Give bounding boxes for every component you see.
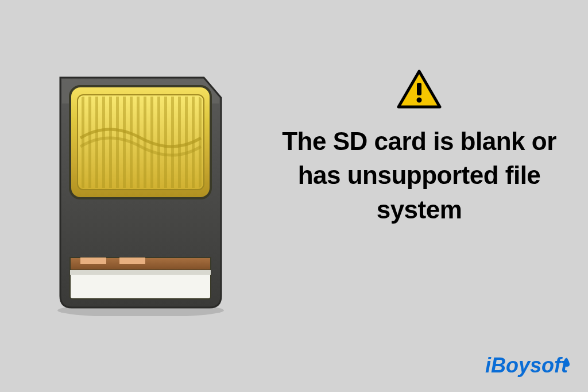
brand-logo: i Boysoft — [485, 353, 568, 378]
logo-name: Boysoft — [491, 353, 568, 378]
svg-rect-13 — [144, 97, 146, 188]
svg-rect-24 — [119, 258, 145, 264]
warning-triangle-icon — [396, 69, 442, 113]
svg-rect-6 — [95, 97, 98, 188]
svg-rect-26 — [70, 270, 211, 275]
svg-rect-16 — [164, 97, 167, 188]
sd-card-illustration — [46, 69, 235, 318]
error-message-block: The SD card is blank or has unsupported … — [267, 69, 571, 226]
svg-rect-4 — [82, 97, 84, 188]
svg-rect-12 — [137, 97, 140, 188]
svg-point-28 — [417, 98, 422, 103]
svg-rect-17 — [171, 97, 174, 188]
svg-rect-27 — [417, 83, 421, 95]
svg-rect-9 — [116, 97, 119, 188]
water-drop-icon — [562, 349, 571, 373]
logo-prefix: i — [485, 353, 491, 378]
svg-rect-19 — [185, 97, 188, 188]
svg-rect-21 — [199, 97, 202, 188]
svg-rect-18 — [178, 97, 181, 188]
svg-rect-23 — [80, 258, 106, 264]
svg-rect-8 — [109, 97, 112, 188]
sd-card-icon — [46, 69, 235, 316]
svg-rect-7 — [102, 97, 105, 188]
error-message-text: The SD card is blank or has unsupported … — [267, 124, 571, 226]
svg-rect-10 — [123, 97, 126, 188]
svg-rect-15 — [157, 97, 160, 188]
